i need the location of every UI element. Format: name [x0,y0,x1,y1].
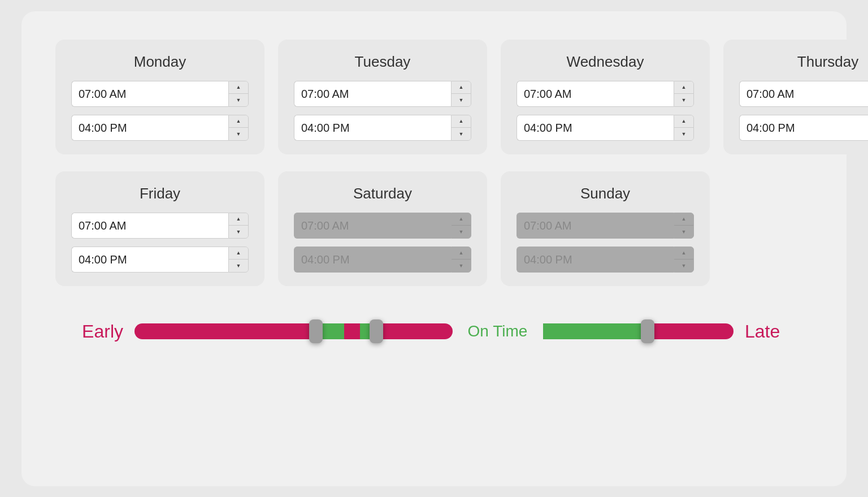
green-segment-right2 [543,323,648,339]
monday-end-spinner: ▲▼ [228,115,249,141]
friday-end-down[interactable]: ▼ [229,260,248,272]
wednesday-start-row: ▲▼ [517,81,694,107]
ontime-label: On Time [464,322,532,340]
tuesday-start-row: ▲▼ [294,81,471,107]
sunday-start-down: ▼ [674,226,693,238]
sunday-start-input [517,213,674,239]
monday-start-spinner: ▲▼ [228,81,249,107]
wednesday-start-input[interactable] [517,81,674,107]
saturday-end-up: ▲ [452,247,471,260]
saturday-label: Saturday [353,185,412,202]
saturday-start-row: ▲▼ [294,213,471,239]
tuesday-end-down[interactable]: ▼ [452,128,471,140]
day-card-monday: Monday▲▼▲▼ [55,40,264,154]
friday-end-spinner: ▲▼ [228,247,249,273]
sunday-label: Sunday [580,185,630,202]
tuesday-start-spinner: ▲▼ [451,81,471,107]
friday-end-input[interactable] [71,247,228,273]
sunday-end-row: ▲▼ [517,247,694,273]
friday-start-spinner: ▲▼ [228,213,249,239]
tuesday-start-down[interactable]: ▼ [452,94,471,106]
wednesday-end-up[interactable]: ▲ [674,115,693,128]
day-card-wednesday: Wednesday▲▼▲▼ [501,40,710,154]
sunday-end-input [517,247,674,273]
day-card-tuesday: Tuesday▲▼▲▼ [278,40,487,154]
thursday-end-row: ▲▼ [739,115,868,141]
monday-end-input[interactable] [71,115,228,141]
wednesday-start-up[interactable]: ▲ [674,81,693,94]
sunday-start-row: ▲▼ [517,213,694,239]
day-card-friday: Friday▲▼▲▼ [55,171,264,286]
track-background-right [543,323,734,339]
slider-handle-left[interactable] [309,319,323,343]
day-card-saturday: Saturday▲▼▲▼ [278,171,487,286]
sunday-end-spinner: ▲▼ [674,247,694,273]
monday-start-input[interactable] [71,81,228,107]
friday-end-up[interactable]: ▲ [229,247,248,260]
empty-placeholder [723,171,813,286]
saturday-end-spinner: ▲▼ [451,247,471,273]
wednesday-label: Wednesday [567,53,644,71]
days-grid-top: Monday▲▼▲▼Tuesday▲▼▲▼Wednesday▲▼▲▼Thursd… [55,40,813,154]
sunday-start-spinner: ▲▼ [674,213,694,239]
saturday-start-up: ▲ [452,213,471,226]
slider-handle-right[interactable] [370,319,383,343]
tuesday-label: Tuesday [355,53,411,71]
monday-start-up[interactable]: ▲ [229,81,248,94]
monday-label: Monday [134,53,186,71]
tuesday-end-spinner: ▲▼ [451,115,471,141]
sunday-end-down: ▼ [674,260,693,272]
monday-start-down[interactable]: ▼ [229,94,248,106]
friday-start-up[interactable]: ▲ [229,213,248,226]
saturday-start-down: ▼ [452,226,471,238]
friday-end-row: ▲▼ [71,247,249,273]
day-card-sunday: Sunday▲▼▲▼ [501,171,710,286]
slider-track-right[interactable] [543,320,734,343]
friday-start-input[interactable] [71,213,228,239]
monday-end-row: ▲▼ [71,115,249,141]
saturday-end-input [294,247,451,273]
friday-label: Friday [140,185,180,202]
thursday-start-row: ▲▼ [739,81,868,107]
friday-start-down[interactable]: ▼ [229,226,248,238]
saturday-start-spinner: ▲▼ [451,213,471,239]
monday-end-up[interactable]: ▲ [229,115,248,128]
tuesday-end-input[interactable] [294,115,451,141]
wednesday-start-spinner: ▲▼ [674,81,694,107]
tuesday-start-input[interactable] [294,81,451,107]
thursday-start-input[interactable] [739,81,868,107]
tuesday-end-row: ▲▼ [294,115,471,141]
wednesday-end-spinner: ▲▼ [674,115,694,141]
monday-end-down[interactable]: ▼ [229,128,248,140]
saturday-end-down: ▼ [452,260,471,272]
main-card: Monday▲▼▲▼Tuesday▲▼▲▼Wednesday▲▼▲▼Thursd… [21,11,847,486]
friday-start-row: ▲▼ [71,213,249,239]
sunday-start-up: ▲ [674,213,693,226]
tuesday-start-up[interactable]: ▲ [452,81,471,94]
slider-section: Early On Time Late [55,309,813,348]
track-background [134,323,453,339]
wednesday-start-down[interactable]: ▼ [674,94,693,106]
wednesday-end-row: ▲▼ [517,115,694,141]
thursday-end-input[interactable] [739,115,868,141]
wednesday-end-down[interactable]: ▼ [674,128,693,140]
saturday-start-input [294,213,451,239]
day-card-thursday: Thursday▲▼▲▼ [723,40,868,154]
monday-start-row: ▲▼ [71,81,249,107]
sunday-end-up: ▲ [674,247,693,260]
early-label: Early [61,321,123,342]
tuesday-end-up[interactable]: ▲ [452,115,471,128]
wednesday-end-input[interactable] [517,115,674,141]
late-label: Late [745,321,807,342]
slider-track[interactable] [134,320,453,343]
days-grid-bottom: Friday▲▼▲▼Saturday▲▼▲▼Sunday▲▼▲▼ [55,171,813,286]
slider-handle-right2[interactable] [641,319,654,343]
saturday-end-row: ▲▼ [294,247,471,273]
thursday-label: Thursday [797,53,858,71]
